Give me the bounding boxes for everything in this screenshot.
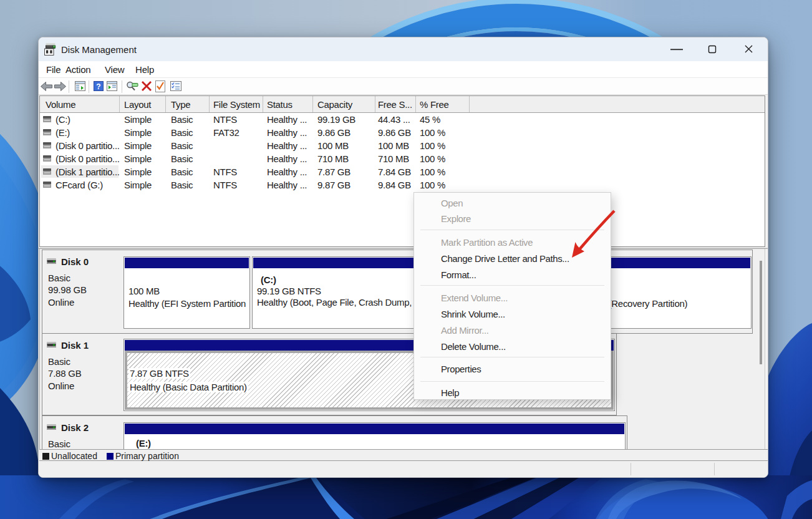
svg-text:?: ?	[96, 82, 100, 91]
